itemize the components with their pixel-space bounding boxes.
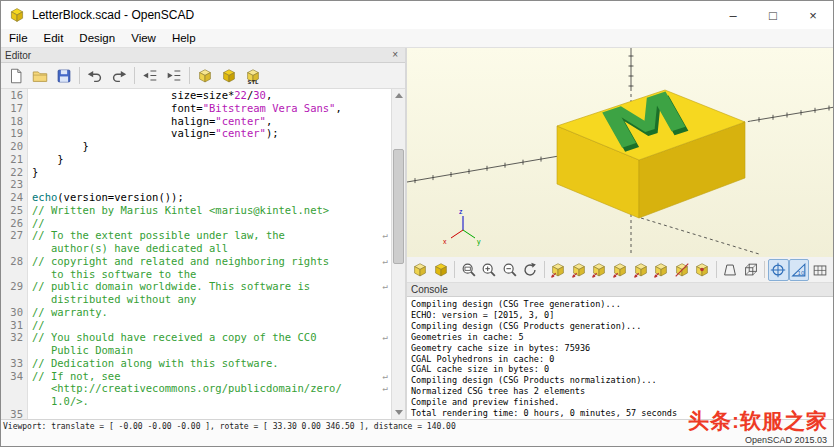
code-row: 33// Dedication along with this software…	[1, 357, 391, 370]
zoom-out-button[interactable]	[500, 259, 521, 281]
menu-edit[interactable]: Edit	[36, 29, 72, 47]
new-file-icon	[7, 67, 25, 85]
render-button[interactable]	[217, 65, 241, 87]
code-line: // To the extent possible under law, the	[28, 229, 383, 242]
line-number: 32	[1, 331, 28, 344]
3d-scene: M M z x y	[407, 48, 833, 257]
save-button[interactable]	[52, 65, 76, 87]
preview-button[interactable]	[193, 65, 217, 87]
export-stl-icon: STL	[244, 67, 262, 85]
view-left-button[interactable]	[610, 259, 631, 281]
line-number: 28	[1, 255, 28, 268]
show-crosshairs-icon	[769, 261, 787, 279]
code-row: 32// You should have received a copy of …	[1, 331, 391, 344]
line-wrap-icon: ↵	[383, 331, 391, 344]
toolbar-separator	[544, 261, 545, 278]
orthogonal-button[interactable]	[740, 259, 761, 281]
3d-viewport[interactable]: M M z x y	[407, 48, 833, 257]
editor-close-icon[interactable]: ×	[389, 50, 401, 60]
render-button[interactable]	[431, 259, 452, 281]
viewport-status-text: Viewport: translate = [ -0.00 -0.00 -0.0…	[3, 422, 456, 431]
x-axis-label: x	[443, 238, 447, 245]
title-bar[interactable]: LetterBlock.scad - OpenSCAD – □ ×	[1, 1, 833, 29]
line-number: 16	[1, 89, 28, 102]
code-line: // Written by Marius Kintel <marius@kint…	[28, 204, 391, 217]
editor-dock-header[interactable]: Editor ×	[1, 48, 405, 63]
menu-design[interactable]: Design	[71, 29, 123, 47]
line-number: 22	[1, 166, 28, 179]
line-number: 20	[1, 140, 28, 153]
undo-button[interactable]	[83, 65, 107, 87]
unindent-icon	[141, 67, 159, 85]
code-line: to this software to the	[28, 268, 391, 281]
show-edges-button[interactable]	[809, 259, 830, 281]
line-number: 26	[1, 217, 28, 230]
view-front-button[interactable]	[630, 259, 651, 281]
menu-view[interactable]: View	[123, 29, 164, 47]
view-diagonal-button[interactable]	[672, 259, 693, 281]
preview-icon	[196, 67, 214, 85]
view-bottom-icon	[590, 261, 608, 279]
show-crosshairs-button[interactable]	[768, 259, 789, 281]
code-line: // Dedication along with this software.	[28, 357, 391, 370]
code-row: 17 font="Bitstream Vera Sans",	[1, 102, 391, 115]
code-row: 22}	[1, 166, 391, 179]
console-output[interactable]: Compiling design (CSG Tree generation)..…	[407, 297, 833, 419]
openscad-logo-icon[interactable]	[9, 7, 25, 23]
view-right-button[interactable]	[548, 259, 569, 281]
zoom-all-button[interactable]	[458, 259, 479, 281]
zoom-in-button[interactable]	[479, 259, 500, 281]
code-line: // warranty.	[28, 306, 391, 319]
minimize-button[interactable]: –	[713, 1, 753, 29]
new-file-button[interactable]	[4, 65, 28, 87]
reset-view-button[interactable]	[520, 259, 541, 281]
scroll-down-icon[interactable]	[392, 406, 405, 419]
indent-button[interactable]	[162, 65, 186, 87]
console-line: Normalized CSG tree has 2 elements	[411, 386, 829, 397]
menu-help[interactable]: Help	[164, 29, 204, 47]
perspective-button[interactable]	[720, 259, 741, 281]
code-row: author(s) have dedicated all	[1, 242, 391, 255]
open-button[interactable]	[28, 65, 52, 87]
code-line: font="Bitstream Vera Sans",	[28, 102, 391, 115]
show-scale-markers-button[interactable]: 10	[789, 259, 810, 281]
code-line: halign="center",	[28, 115, 391, 128]
zoom-in-icon	[480, 261, 498, 279]
unindent-button[interactable]	[138, 65, 162, 87]
close-button[interactable]: ×	[793, 1, 833, 29]
console-line: Geometry cache size in bytes: 75936	[411, 343, 829, 354]
menu-file[interactable]: File	[1, 29, 36, 47]
scrollbar-thumb[interactable]	[393, 149, 404, 264]
code-line: author(s) have dedicated all	[28, 242, 391, 255]
preview-button[interactable]	[410, 259, 431, 281]
toolbar-separator	[134, 67, 135, 84]
code-row: 25// Written by Marius Kintel <marius@ki…	[1, 204, 391, 217]
code-row: 30// warranty.	[1, 306, 391, 319]
redo-icon	[110, 67, 128, 85]
line-number: 27	[1, 229, 28, 242]
perspective-icon	[721, 261, 739, 279]
maximize-button[interactable]: □	[753, 1, 793, 29]
code-editor[interactable]: 16 size=size*22/30,17 font="Bitstream Ve…	[1, 89, 391, 419]
scroll-up-icon[interactable]	[392, 89, 405, 102]
console-line: Compiling design (CSG Products normaliza…	[411, 375, 829, 386]
editor-scrollbar[interactable]	[391, 89, 405, 419]
save-icon	[55, 67, 73, 85]
viewport-toolbar: 10	[407, 257, 833, 283]
console-dock-header[interactable]: Console	[407, 283, 833, 297]
code-row: 23	[1, 178, 391, 191]
export-stl-button[interactable]: STL	[241, 65, 265, 87]
line-number	[1, 268, 28, 281]
console-dock-title: Console	[411, 284, 448, 295]
view-back-button[interactable]	[651, 259, 672, 281]
code-line	[28, 408, 391, 419]
view-front-icon	[632, 261, 650, 279]
console-line: CGAL Polyhedrons in cache: 0	[411, 354, 829, 365]
view-bottom-button[interactable]	[589, 259, 610, 281]
editor-panel: Editor × STL 16 size=size*22/30,17 font=…	[1, 48, 407, 419]
view-center-button[interactable]	[692, 259, 713, 281]
line-number: 24	[1, 191, 28, 204]
redo-button[interactable]	[107, 65, 131, 87]
view-top-button[interactable]	[568, 259, 589, 281]
code-row: 26//	[1, 217, 391, 230]
